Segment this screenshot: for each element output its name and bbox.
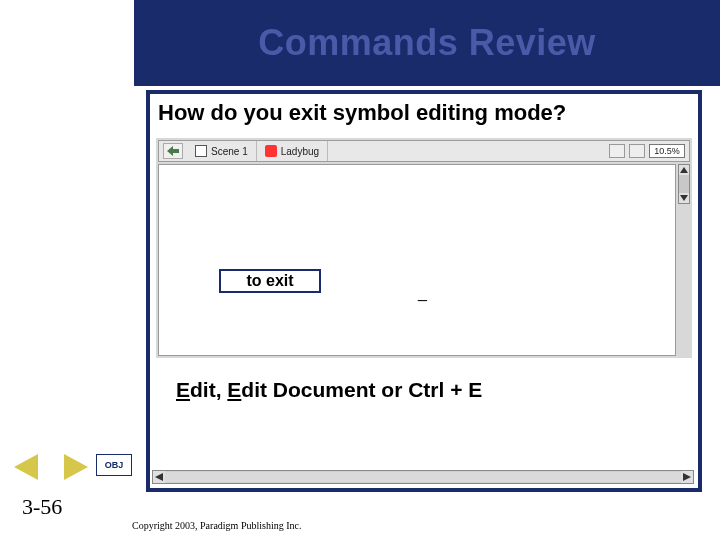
- scene-label: Scene 1: [211, 146, 248, 157]
- slide: Commands Review How do you exit symbol e…: [0, 0, 720, 540]
- scroll-down-icon[interactable]: [679, 193, 689, 203]
- exit-label-box: to exit: [219, 269, 321, 293]
- zoom-controls: 10.5%: [609, 144, 689, 158]
- nav-next-button[interactable]: [64, 454, 88, 480]
- symbol-icon: [265, 145, 277, 157]
- arrow-left-icon: [167, 146, 179, 156]
- symbol-label: Ladybug: [281, 146, 319, 157]
- marker: _: [418, 284, 427, 302]
- title-band: Commands Review: [134, 0, 720, 86]
- scroll-right-icon[interactable]: [681, 471, 693, 483]
- breadcrumb-scene[interactable]: Scene 1: [187, 141, 257, 161]
- flash-edit-bar: Scene 1 Ladybug 10.5%: [158, 140, 690, 162]
- answer-m2: dit Document or Ctrl + E: [241, 378, 482, 401]
- nav-prev-button[interactable]: [14, 454, 38, 480]
- scroll-left-icon[interactable]: [153, 471, 165, 483]
- answer-text: Edit, Edit Document or Ctrl + E: [176, 378, 482, 402]
- horizontal-scrollbar[interactable]: [152, 470, 694, 484]
- scroll-up-icon[interactable]: [679, 165, 689, 175]
- page-number: 3-56: [22, 494, 62, 520]
- flash-canvas: [158, 164, 676, 356]
- copyright-text: Copyright 2003, Paradigm Publishing Inc.: [132, 520, 301, 531]
- question-text: How do you exit symbol editing mode?: [158, 100, 566, 126]
- back-arrow-button[interactable]: [163, 143, 183, 159]
- zoom-fit-icon[interactable]: [629, 144, 645, 158]
- zoom-tool-icon[interactable]: [609, 144, 625, 158]
- flash-screenshot: Scene 1 Ladybug 10.5%: [156, 138, 692, 358]
- scene-icon: [195, 145, 207, 157]
- vertical-scrollbar[interactable]: [678, 164, 690, 204]
- scroll-track[interactable]: [165, 472, 681, 482]
- breadcrumb-symbol[interactable]: Ladybug: [257, 141, 328, 161]
- slide-title: Commands Review: [258, 22, 596, 64]
- zoom-input[interactable]: 10.5%: [649, 144, 685, 158]
- answer-e1: E: [176, 378, 190, 401]
- answer-e2: E: [227, 378, 241, 401]
- answer-m1: dit,: [190, 378, 227, 401]
- obj-button[interactable]: OBJ: [96, 454, 132, 476]
